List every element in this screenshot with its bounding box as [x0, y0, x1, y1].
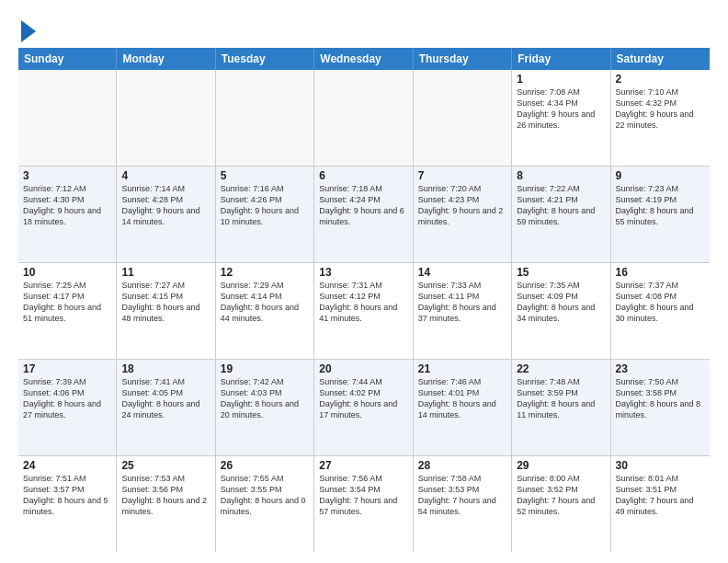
cal-cell-2-5: 15Sunrise: 7:35 AM Sunset: 4:09 PM Dayli… — [512, 263, 610, 359]
day-number: 8 — [517, 169, 605, 182]
header-day-wednesday: Wednesday — [314, 48, 413, 70]
header-day-friday: Friday — [512, 48, 610, 70]
calendar-row-0: 1Sunrise: 7:08 AM Sunset: 4:34 PM Daylig… — [18, 70, 710, 167]
cal-cell-2-6: 16Sunrise: 7:37 AM Sunset: 4:08 PM Dayli… — [611, 263, 710, 359]
calendar-row-1: 3Sunrise: 7:12 AM Sunset: 4:30 PM Daylig… — [18, 167, 710, 263]
cal-cell-0-1 — [117, 70, 215, 166]
logo-arrow-icon — [21, 20, 36, 42]
cell-text: Sunrise: 7:46 AM Sunset: 4:01 PM Dayligh… — [418, 376, 506, 421]
cal-cell-4-4: 28Sunrise: 7:58 AM Sunset: 3:53 PM Dayli… — [414, 456, 512, 552]
cal-cell-1-4: 7Sunrise: 7:20 AM Sunset: 4:23 PM Daylig… — [414, 167, 512, 262]
day-number: 26 — [221, 459, 309, 472]
cell-text: Sunrise: 7:18 AM Sunset: 4:24 PM Dayligh… — [319, 183, 407, 228]
cell-text: Sunrise: 7:35 AM Sunset: 4:09 PM Dayligh… — [517, 280, 605, 325]
cell-text: Sunrise: 8:00 AM Sunset: 3:52 PM Dayligh… — [517, 473, 605, 518]
cal-cell-0-0 — [18, 70, 117, 166]
cal-cell-1-0: 3Sunrise: 7:12 AM Sunset: 4:30 PM Daylig… — [18, 167, 117, 262]
cal-cell-3-2: 19Sunrise: 7:42 AM Sunset: 4:03 PM Dayli… — [216, 360, 314, 455]
cal-cell-0-5: 1Sunrise: 7:08 AM Sunset: 4:34 PM Daylig… — [512, 70, 610, 166]
day-number: 25 — [121, 459, 210, 472]
cell-text: Sunrise: 7:56 AM Sunset: 3:54 PM Dayligh… — [319, 473, 407, 518]
calendar-row-2: 10Sunrise: 7:25 AM Sunset: 4:17 PM Dayli… — [18, 263, 710, 360]
cell-text: Sunrise: 7:55 AM Sunset: 3:55 PM Dayligh… — [221, 473, 309, 518]
cell-text: Sunrise: 7:29 AM Sunset: 4:14 PM Dayligh… — [221, 280, 309, 325]
cell-text: Sunrise: 7:39 AM Sunset: 4:06 PM Dayligh… — [23, 376, 111, 421]
day-number: 4 — [121, 169, 210, 182]
cal-cell-4-5: 29Sunrise: 8:00 AM Sunset: 3:52 PM Dayli… — [512, 456, 610, 552]
calendar-body: 1Sunrise: 7:08 AM Sunset: 4:34 PM Daylig… — [18, 70, 710, 552]
day-number: 23 — [616, 362, 705, 375]
logo — [18, 18, 36, 42]
cell-text: Sunrise: 8:01 AM Sunset: 3:51 PM Dayligh… — [616, 473, 705, 518]
day-number: 13 — [319, 266, 407, 279]
cal-cell-1-5: 8Sunrise: 7:22 AM Sunset: 4:21 PM Daylig… — [512, 167, 610, 262]
cal-cell-2-0: 10Sunrise: 7:25 AM Sunset: 4:17 PM Dayli… — [18, 263, 117, 359]
cell-text: Sunrise: 7:50 AM Sunset: 3:58 PM Dayligh… — [616, 376, 705, 421]
day-number: 21 — [418, 362, 506, 375]
cell-text: Sunrise: 7:20 AM Sunset: 4:23 PM Dayligh… — [418, 183, 506, 228]
cell-text: Sunrise: 7:51 AM Sunset: 3:57 PM Dayligh… — [23, 473, 111, 518]
cal-cell-2-3: 13Sunrise: 7:31 AM Sunset: 4:12 PM Dayli… — [314, 263, 413, 359]
day-number: 19 — [221, 362, 309, 375]
cal-cell-4-0: 24Sunrise: 7:51 AM Sunset: 3:57 PM Dayli… — [18, 456, 117, 552]
cal-cell-1-2: 5Sunrise: 7:16 AM Sunset: 4:26 PM Daylig… — [216, 167, 314, 262]
cell-text: Sunrise: 7:42 AM Sunset: 4:03 PM Dayligh… — [221, 376, 309, 421]
cell-text: Sunrise: 7:23 AM Sunset: 4:19 PM Dayligh… — [616, 183, 705, 228]
cell-text: Sunrise: 7:41 AM Sunset: 4:05 PM Dayligh… — [121, 376, 210, 421]
calendar-header: SundayMondayTuesdayWednesdayThursdayFrid… — [18, 48, 710, 70]
cell-text: Sunrise: 7:14 AM Sunset: 4:28 PM Dayligh… — [121, 183, 210, 228]
day-number: 10 — [23, 266, 111, 279]
calendar-row-4: 24Sunrise: 7:51 AM Sunset: 3:57 PM Dayli… — [18, 456, 710, 552]
cal-cell-1-6: 9Sunrise: 7:23 AM Sunset: 4:19 PM Daylig… — [611, 167, 710, 262]
header-day-tuesday: Tuesday — [216, 48, 314, 70]
cell-text: Sunrise: 7:37 AM Sunset: 4:08 PM Dayligh… — [616, 280, 705, 325]
cal-cell-3-5: 22Sunrise: 7:48 AM Sunset: 3:59 PM Dayli… — [512, 360, 610, 455]
cal-cell-0-3 — [314, 70, 413, 166]
calendar: SundayMondayTuesdayWednesdayThursdayFrid… — [18, 48, 710, 552]
cell-text: Sunrise: 7:31 AM Sunset: 4:12 PM Dayligh… — [319, 280, 407, 325]
day-number: 9 — [616, 169, 705, 182]
day-number: 12 — [221, 266, 309, 279]
cal-cell-0-6: 2Sunrise: 7:10 AM Sunset: 4:32 PM Daylig… — [611, 70, 710, 166]
cal-cell-3-3: 20Sunrise: 7:44 AM Sunset: 4:02 PM Dayli… — [314, 360, 413, 455]
day-number: 5 — [221, 169, 309, 182]
day-number: 7 — [418, 169, 506, 182]
cell-text: Sunrise: 7:33 AM Sunset: 4:11 PM Dayligh… — [418, 280, 506, 325]
cal-cell-3-4: 21Sunrise: 7:46 AM Sunset: 4:01 PM Dayli… — [414, 360, 512, 455]
page: SundayMondayTuesdayWednesdayThursdayFrid… — [0, 0, 728, 563]
day-number: 27 — [319, 459, 407, 472]
header-day-thursday: Thursday — [414, 48, 512, 70]
cal-cell-1-3: 6Sunrise: 7:18 AM Sunset: 4:24 PM Daylig… — [314, 167, 413, 262]
day-number: 17 — [23, 362, 111, 375]
cal-cell-1-1: 4Sunrise: 7:14 AM Sunset: 4:28 PM Daylig… — [117, 167, 215, 262]
cell-text: Sunrise: 7:44 AM Sunset: 4:02 PM Dayligh… — [319, 376, 407, 421]
day-number: 11 — [121, 266, 210, 279]
cell-text: Sunrise: 7:27 AM Sunset: 4:15 PM Dayligh… — [121, 280, 210, 325]
cell-text: Sunrise: 7:16 AM Sunset: 4:26 PM Dayligh… — [221, 183, 309, 228]
day-number: 24 — [23, 459, 111, 472]
cal-cell-4-6: 30Sunrise: 8:01 AM Sunset: 3:51 PM Dayli… — [611, 456, 710, 552]
day-number: 18 — [121, 362, 210, 375]
day-number: 2 — [616, 73, 705, 86]
cal-cell-2-4: 14Sunrise: 7:33 AM Sunset: 4:11 PM Dayli… — [414, 263, 512, 359]
cell-text: Sunrise: 7:58 AM Sunset: 3:53 PM Dayligh… — [418, 473, 506, 518]
cal-cell-0-2 — [216, 70, 314, 166]
cell-text: Sunrise: 7:25 AM Sunset: 4:17 PM Dayligh… — [23, 280, 111, 325]
cal-cell-0-4 — [414, 70, 512, 166]
calendar-row-3: 17Sunrise: 7:39 AM Sunset: 4:06 PM Dayli… — [18, 360, 710, 456]
cal-cell-4-1: 25Sunrise: 7:53 AM Sunset: 3:56 PM Dayli… — [117, 456, 215, 552]
header-day-sunday: Sunday — [18, 48, 117, 70]
cal-cell-4-3: 27Sunrise: 7:56 AM Sunset: 3:54 PM Dayli… — [314, 456, 413, 552]
day-number: 28 — [418, 459, 506, 472]
day-number: 22 — [517, 362, 605, 375]
cell-text: Sunrise: 7:10 AM Sunset: 4:32 PM Dayligh… — [616, 86, 705, 132]
header-day-monday: Monday — [117, 48, 215, 70]
cal-cell-2-2: 12Sunrise: 7:29 AM Sunset: 4:14 PM Dayli… — [216, 263, 314, 359]
cell-text: Sunrise: 7:48 AM Sunset: 3:59 PM Dayligh… — [517, 376, 605, 421]
day-number: 16 — [616, 266, 705, 279]
cal-cell-3-0: 17Sunrise: 7:39 AM Sunset: 4:06 PM Dayli… — [18, 360, 117, 455]
day-number: 29 — [517, 459, 605, 472]
cal-cell-3-6: 23Sunrise: 7:50 AM Sunset: 3:58 PM Dayli… — [611, 360, 710, 455]
cell-text: Sunrise: 7:08 AM Sunset: 4:34 PM Dayligh… — [517, 86, 605, 132]
cal-cell-2-1: 11Sunrise: 7:27 AM Sunset: 4:15 PM Dayli… — [117, 263, 215, 359]
